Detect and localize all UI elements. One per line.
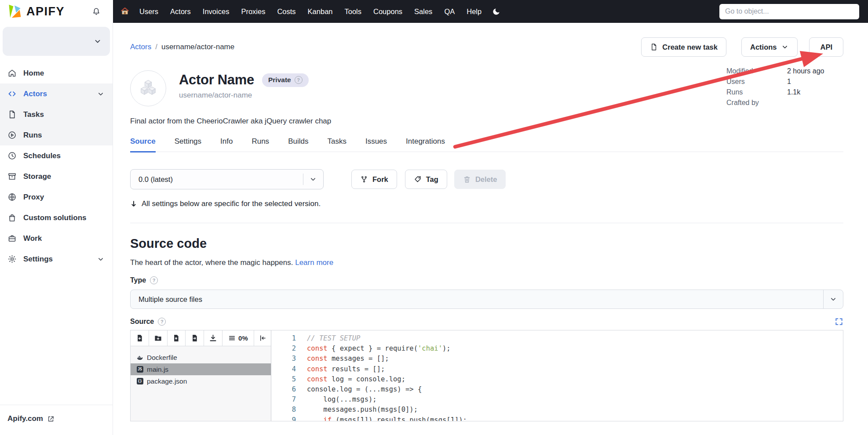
account-selector[interactable] xyxy=(3,27,110,56)
sidebar-actors-group: ActorsTasksRuns xyxy=(0,83,113,145)
create-new-task-button[interactable]: Create new task xyxy=(641,37,726,57)
topbar-brand-area: APIFY xyxy=(0,0,113,23)
actor-tabs: SourceSettingsInfoRunsBuildsTasksIssuesI… xyxy=(130,137,843,152)
external-link-icon xyxy=(47,415,55,423)
apify-logo-text: APIFY xyxy=(26,5,65,18)
file-item-main-js[interactable]: JSmain.js xyxy=(131,363,271,375)
theme-toggle-moon-icon[interactable] xyxy=(492,7,500,16)
topnav-help[interactable]: Help xyxy=(467,7,481,16)
api-button[interactable]: API xyxy=(809,37,843,57)
help-icon[interactable]: ? xyxy=(158,318,166,326)
sidebar-item-tasks[interactable]: Tasks xyxy=(0,104,113,125)
topnav-costs[interactable]: Costs xyxy=(277,7,295,16)
fork-button[interactable]: Fork xyxy=(351,170,397,189)
sidebar-item-schedules[interactable]: Schedules xyxy=(0,145,113,166)
tab-tasks[interactable]: Tasks xyxy=(327,137,346,152)
file-name: Dockerfile xyxy=(147,354,177,362)
code-line[interactable]: 2const { expect } = require('chai'); xyxy=(271,344,843,354)
version-note: All settings below are specific for the … xyxy=(130,199,843,208)
sidebar-item-storage[interactable]: Storage xyxy=(0,166,113,187)
clock-icon xyxy=(7,151,17,160)
go-to-object-input[interactable] xyxy=(719,4,859,19)
delete-button[interactable]: Delete xyxy=(454,170,506,189)
fullscreen-expand-icon[interactable] xyxy=(835,317,843,326)
code-line[interactable]: 3const messages = []; xyxy=(271,354,843,364)
topnav-actors[interactable]: Actors xyxy=(170,7,191,16)
topnav-sales[interactable]: Sales xyxy=(414,7,432,16)
breadcrumb-actors-link[interactable]: Actors xyxy=(130,43,151,51)
tab-issues[interactable]: Issues xyxy=(365,137,387,152)
trash-icon xyxy=(463,175,471,183)
apify-com-link[interactable]: Apify.com xyxy=(7,414,43,423)
file-name: main.js xyxy=(147,366,168,373)
code-line[interactable]: 5const log = console.log; xyxy=(271,374,843,384)
new-folder-icon xyxy=(154,334,162,342)
line-number: 2 xyxy=(271,344,296,354)
tag-icon xyxy=(414,175,422,183)
sidebar-item-custom-solutions[interactable]: Custom solutions xyxy=(0,207,113,228)
topnav-users[interactable]: Users xyxy=(139,7,158,16)
actor-title: Actor Name xyxy=(179,72,254,88)
upload-file-icon xyxy=(172,334,180,342)
home-emoji-icon[interactable] xyxy=(120,7,130,16)
topnav-qa[interactable]: QA xyxy=(444,7,455,16)
tab-runs[interactable]: Runs xyxy=(252,137,269,152)
list-icon xyxy=(228,334,236,342)
apify-logo-icon[interactable] xyxy=(7,4,22,19)
code-editor-area[interactable]: 1// TEST SETUP2const { expect } = requir… xyxy=(271,330,843,421)
select-chevron xyxy=(823,290,843,308)
new-task-icon xyxy=(650,43,658,51)
new-folder-button[interactable] xyxy=(149,330,168,346)
help-icon[interactable]: ? xyxy=(295,76,303,84)
tab-integrations[interactable]: Integrations xyxy=(406,137,445,152)
meta-value: 2 hours ago xyxy=(787,67,843,75)
apify-console-page: { "topbar": { "logo_text": "APIFY", "nav… xyxy=(0,0,868,435)
source-type-select[interactable]: Multiple source files xyxy=(130,290,843,309)
version-select[interactable]: 0.0 (latest) xyxy=(130,169,324,189)
sidebar-item-runs[interactable]: Runs xyxy=(0,125,113,145)
sidebar-item-label: Schedules xyxy=(23,152,61,160)
help-icon[interactable]: ? xyxy=(150,276,158,284)
file-item-Dockerfile[interactable]: Dockerfile xyxy=(131,352,271,363)
upload-file-button[interactable] xyxy=(168,330,186,346)
topnav-tools[interactable]: Tools xyxy=(345,7,362,16)
topnav-kanban[interactable]: Kanban xyxy=(308,7,333,16)
sidebar-nav: HomeActorsTasksRunsSchedulesStorageProxy… xyxy=(0,63,113,269)
code-line[interactable]: 8 messages.push(msgs[0]); xyxy=(271,405,843,415)
code-line[interactable]: 9 if (msgs[1]) results.push(msgs[1]); xyxy=(271,415,843,421)
import-file-button[interactable] xyxy=(186,330,204,346)
download-button[interactable] xyxy=(204,330,222,346)
topnav-coupons[interactable]: Coupons xyxy=(373,7,402,16)
sidebar-item-settings[interactable]: Settings xyxy=(0,249,113,269)
archive-icon xyxy=(7,172,17,181)
topnav-proxies[interactable]: Proxies xyxy=(241,7,265,16)
tag-button[interactable]: Tag xyxy=(405,170,447,189)
sidebar-item-label: Custom solutions xyxy=(23,214,87,222)
code-line[interactable]: 4const results = []; xyxy=(271,364,843,374)
code-line[interactable]: 1// TEST SETUP xyxy=(271,334,843,344)
sidebar-item-actors[interactable]: Actors xyxy=(0,83,113,104)
file-tree-panel: 0% DockerfileJSmain.js{}package.json xyxy=(131,330,271,421)
select-divider xyxy=(303,174,303,185)
sidebar-item-work[interactable]: Work xyxy=(0,228,113,249)
actions-button[interactable]: Actions xyxy=(741,37,798,57)
topnav-invoices[interactable]: Invoices xyxy=(203,7,230,16)
sidebar-footer: Apify.com xyxy=(0,405,113,435)
source-field-label: Source ? xyxy=(130,318,166,326)
tab-source[interactable]: Source xyxy=(130,137,156,152)
file-item-package-json[interactable]: {}package.json xyxy=(131,375,271,387)
collapse-panel-button[interactable] xyxy=(254,330,271,346)
tab-builds[interactable]: Builds xyxy=(288,137,308,152)
learn-more-link[interactable]: Learn more xyxy=(295,258,333,267)
tab-settings[interactable]: Settings xyxy=(175,137,201,152)
page-head: Actors/username/actor-name Create new ta… xyxy=(130,37,843,57)
sidebar-item-proxy[interactable]: Proxy xyxy=(0,187,113,207)
code-line[interactable]: 6console.log = (...msgs) => { xyxy=(271,384,843,395)
zoom-level-cell[interactable]: 0% xyxy=(222,330,254,346)
tab-info[interactable]: Info xyxy=(220,137,233,152)
sidebar-item-label: Runs xyxy=(23,131,42,140)
notifications-bell-icon[interactable] xyxy=(91,7,101,16)
code-line[interactable]: 7 log(...msgs); xyxy=(271,395,843,405)
sidebar-item-home[interactable]: Home xyxy=(0,63,113,83)
new-file-button[interactable] xyxy=(131,330,149,346)
